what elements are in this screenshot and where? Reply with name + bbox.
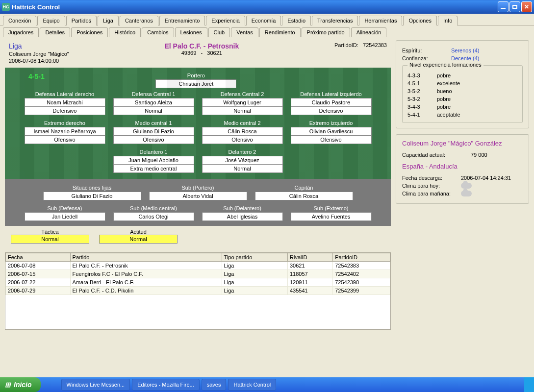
tactic-row: Táctica Normal Actitud Normal [5, 226, 391, 246]
player-box[interactable]: Abel Iglesias [202, 212, 283, 221]
player-box[interactable]: Jan Liedell [25, 212, 105, 221]
main-tab-info[interactable]: Info [438, 16, 458, 25]
main-tab-transferencias[interactable]: Transferencias [312, 16, 358, 25]
sub-tab-6[interactable]: Club [208, 27, 230, 37]
player-box[interactable]: Călin Rosca [202, 127, 283, 136]
main-tab-estadio[interactable]: Estadio [282, 16, 311, 25]
attitude-value[interactable]: Normal [99, 235, 178, 244]
position-label: Delantero 1 [113, 148, 194, 156]
sub-tab-9[interactable]: Próximo partido [302, 27, 350, 37]
position-label: Sub (Medio central) [113, 204, 194, 212]
maximize-button[interactable] [509, 1, 520, 12]
player-box[interactable]: Alberto Vidal [149, 192, 247, 200]
app-icon: HC [2, 3, 10, 11]
sub-tab-0[interactable]: Jugadores [3, 27, 39, 37]
table-row[interactable]: 2006-07-22Amara Berri - El Palo C.F.Liga… [6, 278, 390, 287]
order-box[interactable]: Normal [202, 107, 283, 115]
player-box[interactable]: Noam Mizrachi [25, 98, 105, 107]
download-date-label: Fecha descarga: [402, 175, 461, 181]
order-box[interactable]: Extra medio central [113, 165, 194, 173]
capacity-value: 79 000 [471, 152, 487, 158]
position-label: Extremo derecho [25, 119, 105, 127]
formexp-row: 4-5-1excelente [407, 80, 517, 86]
table-header[interactable]: PartidoID [333, 253, 390, 262]
table-row[interactable]: 2006-07-08El Palo C.F. - PetrosnikLiga30… [6, 262, 390, 270]
subs-area: Situaciones fijasGiuliano Di FazioSub (P… [5, 179, 391, 226]
position-label: Delantero 2 [202, 148, 283, 156]
formexp-title: Nivel experiencia formaciones [407, 62, 483, 68]
order-box[interactable]: Ofensivo [25, 136, 105, 144]
main-tab-entrenamiento[interactable]: Entrenamiento [159, 16, 205, 25]
sub-tab-10[interactable]: Alineación [351, 27, 387, 37]
order-box[interactable]: Ofensivo [113, 136, 194, 144]
main-tab-equipo[interactable]: Equipo [37, 16, 65, 25]
position-label: Extremo izquierdo [291, 119, 372, 127]
spirit-value: Serenos (4) [451, 48, 479, 53]
position-label: Defensa Central 1 [113, 90, 194, 98]
sub-tab-7[interactable]: Ventas [231, 27, 258, 37]
formexp-row: 5-4-1aceptable [407, 112, 517, 118]
position-label: Sub (Portero) [149, 184, 247, 192]
order-box[interactable]: Defensivo [291, 107, 372, 115]
order-box[interactable]: Ofensivo [291, 136, 372, 144]
sub-tab-5[interactable]: Lesiones [175, 27, 207, 37]
match-datetime: 2006-07-08 14:00:00 [9, 58, 69, 64]
sub-tab-8[interactable]: Rendimiento [259, 27, 301, 37]
main-tab-canteranos[interactable]: Canteranos [120, 16, 158, 25]
order-box[interactable]: Normal [202, 165, 283, 173]
player-box[interactable]: Claudio Pastore [291, 98, 372, 107]
close-button[interactable]: ✕ [521, 1, 532, 12]
table-row[interactable]: 2006-07-29El Palo C.F. - C.D. PikolinLig… [6, 287, 390, 295]
sub-tab-3[interactable]: Histórico [109, 27, 141, 37]
player-box[interactable]: Ismael Nazario Peñarroya [25, 127, 105, 136]
player-box[interactable]: Giuliano Di Fazio [113, 127, 194, 136]
main-tab-herramientas[interactable]: Herramientas [359, 16, 402, 25]
player-gk[interactable]: Christian Joret [155, 79, 236, 88]
player-box[interactable]: José Vázquez [202, 156, 283, 165]
sub-tab-1[interactable]: Detalles [40, 27, 70, 37]
tactic-label: Táctica [11, 229, 89, 235]
player-box[interactable]: Avelino Fuentes [291, 212, 372, 221]
main-tab-partidos[interactable]: Partidos [66, 16, 97, 25]
player-box[interactable]: Juan Miguel Abolafio [113, 156, 194, 165]
main-tab-opciones[interactable]: Opciones [403, 16, 436, 25]
minimize-button[interactable] [498, 1, 509, 12]
player-box[interactable]: Giuliano Di Fazio [43, 192, 141, 200]
position-label: Situaciones fijas [43, 184, 141, 192]
team-status-panel: Espíritu:Serenos (4) Confianza:Decente (… [396, 40, 529, 128]
order-box[interactable]: Normal [113, 107, 194, 115]
lineup-pitch: 4-5-1 Portero Christian Joret Defensa La… [5, 68, 391, 179]
position-label: Medio central 2 [202, 119, 283, 127]
table-header[interactable]: Tipo partido [222, 253, 287, 262]
main-tab-liga[interactable]: Liga [98, 16, 119, 25]
match-title: El Palo C.F. - Petrosnik [165, 42, 239, 50]
match-ids: 49369 - 30621 [165, 50, 239, 56]
sub-tab-2[interactable]: Posiciones [71, 27, 108, 37]
attitude-label: Actitud [99, 229, 178, 235]
order-box[interactable]: Ofensivo [202, 136, 283, 144]
player-box[interactable]: Wolfgang Luger [202, 98, 283, 107]
formexp-row: 5-3-2pobre [407, 96, 517, 102]
formexp-row: 3-5-2bueno [407, 88, 517, 94]
main-tab-economía[interactable]: Economía [246, 16, 281, 25]
sub-tab-4[interactable]: Cambios [142, 27, 174, 37]
player-box[interactable]: Santiago Aleiza [113, 98, 194, 107]
position-label: Sub (Defensa) [25, 204, 105, 212]
tactic-value[interactable]: Normal [11, 235, 89, 244]
spirit-label: Espíritu: [402, 48, 451, 53]
order-box[interactable]: Defensivo [25, 107, 105, 115]
player-box[interactable]: Călin Rosca [255, 192, 353, 200]
formation-code: 4-5-1 [9, 72, 64, 88]
partido-id: PartidoID: 72542383 [334, 42, 387, 64]
table-header[interactable]: Fecha [6, 253, 71, 262]
weather-today-label: Clima para hoy: [402, 183, 461, 189]
stadium-name: Coliseum Jorge "Mágico" [9, 51, 69, 57]
player-box[interactable]: Olivian Gavrilescu [291, 127, 372, 136]
table-row[interactable]: 2006-07-15Fuengirolos F.C - El Palo C.F.… [6, 270, 390, 278]
main-tab-experiencia[interactable]: Experiencia [206, 16, 245, 25]
main-tab-conexión[interactable]: Conexión [3, 16, 36, 25]
table-header[interactable]: RivalID [288, 253, 333, 262]
position-label: Sub (Delantero) [202, 204, 283, 212]
table-header[interactable]: Partido [70, 253, 222, 262]
player-box[interactable]: Carlos Otegi [113, 212, 194, 221]
